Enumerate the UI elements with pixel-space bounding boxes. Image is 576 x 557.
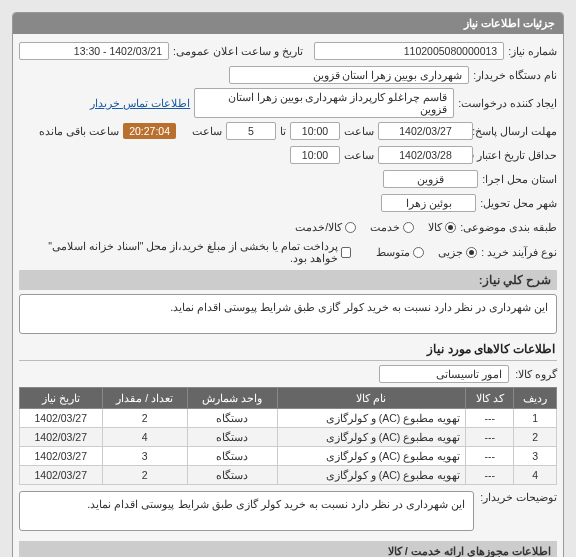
- cell-unit: دستگاه: [187, 409, 277, 428]
- city-value: بوئین زهرا: [381, 194, 476, 212]
- cell-name: تهویه مطبوع (AC) و کولرگازی: [277, 428, 466, 447]
- check-label: پرداخت تمام یا بخشی از مبلغ خرید،از محل …: [29, 240, 338, 264]
- requester-label: ایجاد کننده درخواست:: [458, 97, 557, 109]
- deadline-label: مهلت ارسال پاسخ:: [477, 125, 557, 137]
- credit-label: حداقل تاریخ اعتبار قیمت: تا تاریخ:: [477, 149, 557, 161]
- radio-icon: [466, 247, 477, 258]
- checkbox-icon: [341, 247, 351, 258]
- remaining-badge: 20:27:04: [123, 123, 176, 139]
- cell-n: 2: [514, 428, 557, 447]
- category-kala[interactable]: کالا: [428, 221, 456, 233]
- need-number-value: 1102005080000013: [314, 42, 504, 60]
- buyer-notes-value: این شهرداری در نظر دارد نسبت به خرید کول…: [19, 491, 474, 531]
- remaining-label: ساعت باقی مانده: [39, 125, 119, 137]
- ta-label: تا: [280, 125, 286, 137]
- cell-code: ---: [466, 409, 514, 428]
- radio-label: متوسط: [376, 246, 410, 258]
- credit-time: 10:00: [290, 146, 340, 164]
- province-label: استان محل اجرا:: [482, 173, 557, 185]
- process-label: نوع فرآیند خرید :: [481, 246, 557, 258]
- cell-name: تهویه مطبوع (AC) و کولرگازی: [277, 447, 466, 466]
- permits-section-title: اطلاعات مجوزهای ارائه خدمت / کالا: [19, 541, 557, 557]
- group-value: امور تاسیساتی: [379, 365, 509, 383]
- table-row[interactable]: 1 --- تهویه مطبوع (AC) و کولرگازی دستگاه…: [20, 409, 557, 428]
- saat-label-1: ساعت: [344, 125, 374, 137]
- radio-icon: [403, 222, 414, 233]
- cell-code: ---: [466, 428, 514, 447]
- need-number-label: شماره نیاز:: [508, 45, 557, 57]
- buyer-org-label: نام دستگاه خریدار:: [473, 69, 557, 81]
- need-description: این شهرداری در نظر دارد نسبت به خرید کول…: [19, 294, 557, 334]
- col-row: ردیف: [514, 388, 557, 409]
- saat-label-2: ساعت: [192, 125, 222, 137]
- group-label: گروه کالا:: [515, 368, 557, 380]
- cell-n: 1: [514, 409, 557, 428]
- radio-label: جزیی: [438, 246, 463, 258]
- col-date: تاریخ نیاز: [20, 388, 103, 409]
- table-row[interactable]: 4 --- تهویه مطبوع (AC) و کولرگازی دستگاه…: [20, 466, 557, 485]
- items-table: ردیف کد کالا نام کالا واحد شمارش تعداد /…: [19, 387, 557, 485]
- category-khadamat[interactable]: خدمت: [370, 221, 414, 233]
- deadline-time: 10:00: [290, 122, 340, 140]
- panel-title: جزئیات اطلاعات نیاز: [13, 13, 563, 34]
- col-unit: واحد شمارش: [187, 388, 277, 409]
- category-kala-khadamat[interactable]: کالا/خدمت: [295, 221, 356, 233]
- contact-info-link[interactable]: اطلاعات تماس خریدار: [90, 97, 190, 109]
- cell-unit: دستگاه: [187, 447, 277, 466]
- cell-unit: دستگاه: [187, 466, 277, 485]
- buyer-notes-label: توضیحات خریدار:: [480, 491, 557, 503]
- announce-value: 1402/03/21 - 13:30: [19, 42, 169, 60]
- cell-n: 4: [514, 466, 557, 485]
- cell-qty: 2: [102, 466, 187, 485]
- ta-value: 5: [226, 122, 276, 140]
- cell-date: 1402/03/27: [20, 466, 103, 485]
- col-name: نام کالا: [277, 388, 466, 409]
- cell-date: 1402/03/27: [20, 409, 103, 428]
- saat-label-3: ساعت: [344, 149, 374, 161]
- radio-label: خدمت: [370, 221, 400, 233]
- items-section-title: اطلاعات کالاهای مورد نیاز: [19, 338, 557, 361]
- cell-date: 1402/03/27: [20, 428, 103, 447]
- cell-code: ---: [466, 466, 514, 485]
- cell-name: تهویه مطبوع (AC) و کولرگازی: [277, 466, 466, 485]
- city-label: شهر محل تحویل:: [480, 197, 557, 209]
- deadline-date: 1402/03/27: [378, 122, 473, 140]
- cell-name: تهویه مطبوع (AC) و کولرگازی: [277, 409, 466, 428]
- cell-qty: 3: [102, 447, 187, 466]
- cell-qty: 2: [102, 409, 187, 428]
- requester-value: قاسم چراغلو کارپرداز شهرداری بویین زهرا …: [194, 88, 454, 118]
- radio-icon: [413, 247, 424, 258]
- announce-label: تاریخ و ساعت اعلان عمومی:: [173, 45, 303, 57]
- buyer-org-value: شهرداری بویین زهرا استان قزوین: [229, 66, 469, 84]
- credit-date: 1402/03/28: [378, 146, 473, 164]
- details-panel: جزئیات اطلاعات نیاز شماره نیاز: 11020050…: [12, 12, 564, 557]
- process-motavaset[interactable]: متوسط: [376, 246, 424, 258]
- province-value: قزوین: [383, 170, 478, 188]
- desc-section-title: شرح کلي نیاز:: [19, 270, 557, 290]
- radio-icon: [445, 222, 456, 233]
- category-label: طبقه بندی موضوعی:: [460, 221, 557, 233]
- cell-qty: 4: [102, 428, 187, 447]
- table-row[interactable]: 2 --- تهویه مطبوع (AC) و کولرگازی دستگاه…: [20, 428, 557, 447]
- cell-unit: دستگاه: [187, 428, 277, 447]
- process-joze[interactable]: جزیی: [438, 246, 477, 258]
- cell-n: 3: [514, 447, 557, 466]
- radio-icon: [345, 222, 356, 233]
- col-qty: تعداد / مقدار: [102, 388, 187, 409]
- cell-code: ---: [466, 447, 514, 466]
- radio-label: کالا: [428, 221, 442, 233]
- table-row[interactable]: 3 --- تهویه مطبوع (AC) و کولرگازی دستگاه…: [20, 447, 557, 466]
- cell-date: 1402/03/27: [20, 447, 103, 466]
- radio-label: کالا/خدمت: [295, 221, 342, 233]
- col-code: کد کالا: [466, 388, 514, 409]
- payment-treasury-check[interactable]: پرداخت تمام یا بخشی از مبلغ خرید،از محل …: [29, 240, 351, 264]
